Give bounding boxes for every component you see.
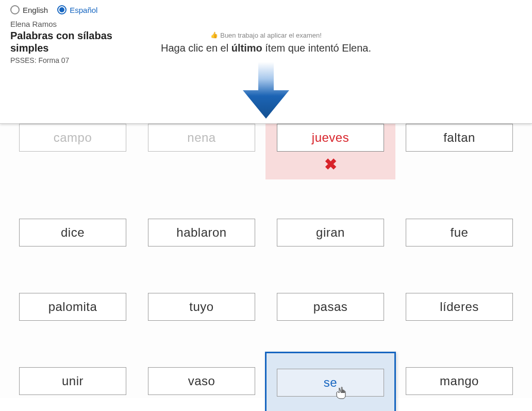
word-box[interactable]: vaso [148, 367, 255, 395]
instruction-pre: Haga clic en el [161, 42, 231, 54]
lang-espanol-label: Español [70, 6, 97, 14]
word-box[interactable]: unir [19, 367, 126, 395]
word-box[interactable]: pasas [277, 293, 384, 321]
word-grid: camponenajueves✖faltandicehablarongiranf… [0, 124, 532, 398]
word-box[interactable]: faltan [406, 124, 513, 152]
word-box[interactable]: tuyo [148, 293, 255, 321]
word-box[interactable]: jueves [277, 124, 384, 152]
word-cell[interactable]: vaso [142, 367, 261, 398]
x-mark-icon: ✖ [324, 157, 337, 172]
praise-label: Buen trabajo al aplicar el examen! [220, 31, 322, 39]
word-cell[interactable]: mango [400, 367, 519, 398]
word-box[interactable]: mango [406, 367, 513, 395]
lang-english-radio[interactable]: English [10, 5, 48, 14]
word-cell[interactable]: giran [271, 219, 390, 246]
word-box[interactable]: palomita [19, 293, 126, 321]
instruction-post: ítem que intentó Elena. [262, 42, 371, 54]
word-cell[interactable]: unir [13, 367, 132, 398]
word-cell[interactable]: pasas [271, 293, 390, 321]
word-box[interactable]: campo [19, 124, 126, 152]
word-box[interactable]: líderes [406, 293, 513, 321]
praise-text: 👍 Buen trabajo al aplicar el examen! [210, 31, 322, 39]
language-selector: English Español [10, 5, 522, 14]
header-panel: English Español Elena Ramos Palabras con… [0, 0, 532, 124]
word-cell[interactable]: fue [400, 219, 519, 246]
word-box[interactable]: dice [19, 219, 126, 246]
word-cell[interactable]: se [265, 352, 396, 411]
word-cell[interactable]: jueves✖ [265, 124, 395, 179]
radio-circle-icon [57, 5, 66, 14]
word-box[interactable]: hablaron [148, 219, 255, 246]
radio-circle-icon [10, 5, 20, 14]
word-box[interactable]: se [277, 369, 384, 397]
down-arrow-icon [243, 62, 289, 121]
word-grid-area: camponenajueves✖faltandicehablarongiranf… [0, 124, 532, 398]
word-cell[interactable]: campo [13, 124, 132, 172]
word-cell[interactable]: faltan [400, 124, 519, 172]
word-cell[interactable]: palomita [13, 293, 132, 321]
lang-english-label: English [23, 6, 48, 14]
lang-espanol-radio[interactable]: Español [57, 5, 97, 14]
word-box[interactable]: fue [406, 219, 513, 246]
word-cell[interactable]: líderes [400, 293, 519, 321]
word-cell[interactable]: hablaron [142, 219, 261, 246]
instruction-text: Haga clic en el último ítem que intentó … [0, 42, 532, 54]
instruction-block: 👍 Buen trabajo al aplicar el examen! Hag… [0, 30, 532, 54]
instruction-bold: último [231, 42, 262, 54]
word-box[interactable]: nena [148, 124, 255, 152]
student-name: Elena Ramos [10, 20, 522, 28]
thumbs-up-icon: 👍 [210, 31, 218, 39]
word-cell[interactable]: nena [142, 124, 261, 172]
word-cell[interactable]: dice [13, 219, 132, 246]
word-box[interactable]: giran [277, 219, 384, 246]
word-cell[interactable]: tuyo [142, 293, 261, 321]
